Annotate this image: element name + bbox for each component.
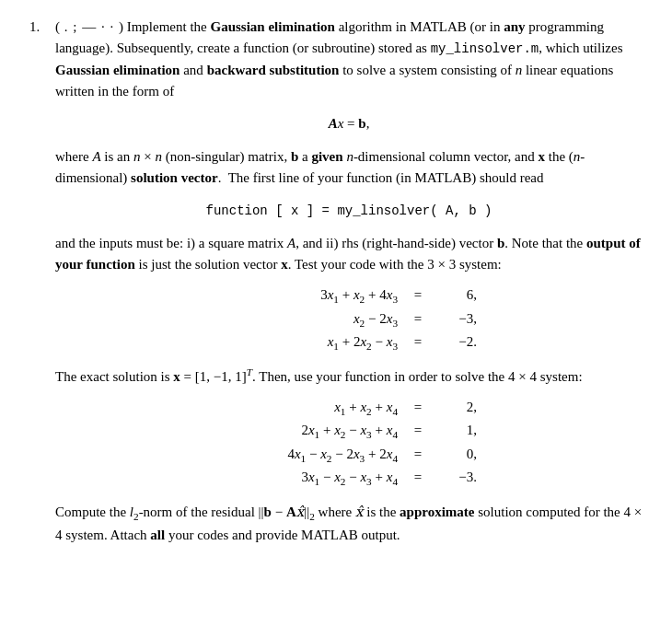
eq3-eq: =	[405, 331, 431, 353]
bold-backward: backward substi­tution	[207, 63, 340, 77]
system-3x3: 3x1 + x2 + 4x3 = 6, x2 − 2x3 = −3, x1 + …	[221, 284, 477, 354]
function-line-code: function [ x ] = my_linsolver( A, b )	[206, 203, 492, 218]
eq3-rhs: −2.	[431, 331, 477, 353]
eq3-lhs: x1 + 2x2 − x3	[221, 331, 405, 354]
transpose-T: T	[247, 366, 252, 377]
eq4-row-1: x1 + x2 + x4 = 2,	[221, 397, 477, 420]
code-my-linsolver: my_linsolver.m	[431, 41, 539, 56]
eq2-lhs: x2 − 2x3	[221, 308, 405, 331]
eq4-row-2: 2x1 + x2 − x3 + x4 = 1,	[221, 420, 477, 443]
bold-gaussian2: Gaussian elimination	[55, 63, 180, 77]
eq4-3-eq: =	[405, 444, 431, 465]
paren-close: )	[119, 19, 123, 34]
var-A: A	[92, 149, 100, 164]
eq4-4-rhs: −3.	[431, 467, 477, 488]
eq4-2-lhs: 2x1 + x2 − x3 + x4	[221, 420, 405, 443]
paragraph2: where A is an n × n (non-singular) matri…	[55, 146, 643, 190]
eq4-1-lhs: x1 + x2 + x4	[221, 397, 405, 420]
problem-content: ( . ; ― · · ) Implement the Gaussian eli…	[55, 17, 643, 555]
eq-row-3: x1 + 2x2 − x3 = −2.	[221, 331, 477, 354]
problem-number: 1.	[29, 17, 55, 38]
eq-row-2: x2 − 2x3 = −3,	[221, 308, 477, 331]
var-n: n	[516, 63, 523, 77]
eq4-1-eq: =	[405, 397, 431, 418]
eq1-lhs: 3x1 + x2 + 4x3	[221, 284, 405, 307]
problem-container: 1. ( . ; ― · · ) Implement the Gaussian …	[29, 17, 643, 555]
eq4-4-eq: =	[405, 467, 431, 488]
eq4-3-lhs: 4x1 − x2 − 2x3 + 2x4	[221, 444, 405, 467]
final-paragraph: Compute the l2-norm of the residual ||b …	[55, 502, 643, 547]
eq4-1-rhs: 2,	[431, 397, 477, 418]
intro-paragraph: ( . ; ― · · ) Implement the Gaussian eli…	[55, 17, 643, 102]
function-line-block: function [ x ] = my_linsolver( A, b )	[55, 200, 643, 222]
eq4-3-rhs: 0,	[431, 444, 477, 465]
exact-solution-para: The exact solution is x = [1, −1, 1]T. T…	[55, 365, 643, 388]
eq-row-1: 3x1 + x2 + 4x3 = 6,	[221, 284, 477, 307]
eq4-row-3: 4x1 − x2 − 2x3 + 2x4 = 0,	[221, 444, 477, 467]
eq4-row-4: 3x1 − x2 − x3 + x4 = −3.	[221, 467, 477, 490]
bold-gaussian: Gaussian elimination	[210, 19, 334, 34]
eq1-rhs: 6,	[431, 284, 477, 306]
eq2-rhs: −3,	[431, 308, 477, 330]
eq1-eq: =	[405, 284, 431, 306]
paragraph3: and the inputs must be: i) a square matr…	[55, 233, 643, 276]
eq2-eq: =	[405, 308, 431, 330]
bold-any: any	[504, 19, 525, 34]
ax-eq-b: Ax = b,	[55, 113, 643, 134]
eq4-2-rhs: 1,	[431, 420, 477, 441]
eq4-4-lhs: 3x1 − x2 − x3 + x4	[221, 467, 405, 490]
dots: . ; ― · ·	[60, 19, 119, 34]
system-4x4: x1 + x2 + x4 = 2, 2x1 + x2 − x3 + x4 = 1…	[221, 397, 477, 491]
eq4-2-eq: =	[405, 420, 431, 441]
